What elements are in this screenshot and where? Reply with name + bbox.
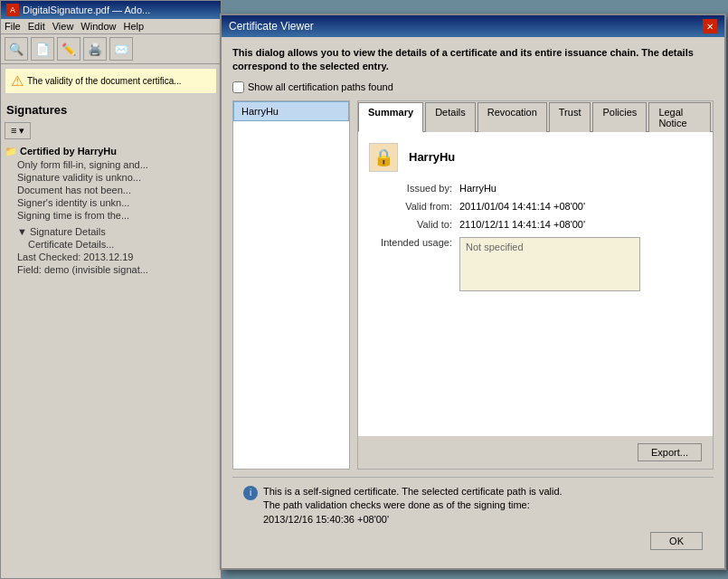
cert-footer: i This is a self-signed certificate. The… (232, 477, 714, 557)
cert-dialog-titlebar: Certificate Viewer ✕ (222, 15, 724, 37)
show-all-paths-checkbox[interactable] (232, 81, 244, 93)
toolbar-btn-4[interactable]: 🖨️ (83, 37, 107, 61)
toolbar-btn-2[interactable]: 📄 (31, 37, 54, 61)
toolbar-btn-3[interactable]: ✏️ (57, 37, 80, 61)
sig-tree-root[interactable]: 📁 Certified by HarryHu (5, 145, 217, 158)
tab-trust[interactable]: Trust (549, 102, 591, 132)
menu-edit[interactable]: Edit (28, 21, 45, 32)
sig-item-1: Only form fill-in, signing and... (17, 158, 217, 171)
folder-icon: 📁 (5, 146, 20, 157)
adobe-title: DigitalSignature.pdf — Ado... (23, 5, 150, 15)
adobe-icon: A (6, 4, 19, 16)
cert-tabs: Summary Details Revocation Trust Policie… (358, 101, 713, 132)
menu-file[interactable]: File (5, 21, 21, 32)
menu-view[interactable]: View (52, 21, 74, 32)
valid-to-value: 2110/12/11 14:41:14 +08'00' (459, 219, 585, 230)
issued-by-row: Issued by: HarryHu (369, 183, 702, 194)
show-all-paths-row: Show all certification paths found (232, 81, 714, 93)
valid-to-row: Valid to: 2110/12/11 14:41:14 +08'00' (369, 219, 702, 230)
cert-icon: 🔒 (369, 143, 398, 172)
tab-legal-notice[interactable]: Legal Notice (648, 102, 711, 132)
intended-usage-box: Not specified (459, 237, 640, 291)
sig-item-5: Signing time is from the... (17, 209, 217, 222)
export-row: Export... (358, 436, 713, 469)
cert-description: This dialog allows you to view the detai… (232, 46, 714, 74)
sig-item-3: Document has not been... (17, 184, 217, 196)
sig-item-2: Signature validity is unkno... (17, 171, 217, 184)
export-button[interactable]: Export... (638, 443, 702, 461)
cert-content: HarryHu Summary Details Revocation Trust… (232, 100, 714, 470)
valid-from-label: Valid from: (369, 201, 459, 212)
cert-tab-content: 🔒 HarryHu Issued by: HarryHu Valid from:… (358, 132, 713, 436)
sig-toolbar: ≡ ▾ (5, 122, 217, 139)
cert-dialog-title: Certificate Viewer (229, 20, 314, 33)
valid-from-value: 2011/01/04 14:41:14 +08'00' (459, 201, 585, 212)
field-name: Field: demo (invisible signat... (17, 263, 217, 276)
tab-details[interactable]: Details (425, 102, 476, 132)
ok-row: OK (243, 532, 703, 550)
last-checked: Last Checked: 2013.12.19 (17, 251, 217, 263)
cert-footer-info: i This is a self-signed certificate. The… (243, 485, 703, 527)
toolbar-btn-1[interactable]: 🔍 (5, 37, 28, 61)
footer-line1: This is a self-signed certificate. The s… (263, 485, 563, 498)
valid-to-label: Valid to: (369, 219, 459, 230)
warning-text: The validity of the document certifica..… (27, 76, 182, 86)
adobe-titlebar: A DigitalSignature.pdf — Ado... (1, 1, 221, 19)
warning-bar: ⚠ The validity of the document certifica… (5, 68, 217, 94)
cert-right-panel: Summary Details Revocation Trust Policie… (357, 100, 714, 470)
intended-usage-label: Intended usage: (369, 237, 459, 291)
cert-info-header: 🔒 HarryHu (369, 143, 702, 172)
cert-icon-symbol: 🔒 (373, 147, 393, 167)
info-icon: i (243, 486, 258, 500)
adobe-window: A DigitalSignature.pdf — Ado... File Edi… (0, 0, 222, 579)
adobe-menubar: File Edit View Window Help (1, 19, 221, 34)
valid-from-row: Valid from: 2011/01/04 14:41:14 +08'00' (369, 201, 702, 212)
ok-button[interactable]: OK (650, 532, 703, 550)
cert-left-panel: HarryHu (232, 100, 350, 470)
cert-common-name: HarryHu (409, 150, 455, 164)
issued-by-label: Issued by: (369, 183, 459, 194)
cert-details-link[interactable]: Certificate Details... (17, 238, 217, 251)
show-all-paths-label: Show all certification paths found (248, 81, 393, 92)
cert-footer-text: This is a self-signed certificate. The s… (263, 485, 563, 527)
sig-toolbar-btn[interactable]: ≡ ▾ (5, 122, 31, 139)
cert-dialog: Certificate Viewer ✕ This dialog allows … (220, 14, 726, 570)
warning-icon: ⚠ (11, 72, 24, 90)
intended-usage-row: Intended usage: Not specified (369, 237, 702, 291)
expand-icon: ▼ (17, 226, 30, 237)
toolbar-btn-5[interactable]: ✉️ (109, 37, 133, 61)
tab-policies[interactable]: Policies (592, 102, 647, 132)
tab-summary[interactable]: Summary (358, 102, 423, 132)
sig-tree: 📁 Certified by HarryHu Only form fill-in… (5, 145, 217, 276)
sig-details-header: ▼ Signature Details (17, 225, 217, 238)
footer-line3: 2013/12/16 15:40:36 +08'00' (263, 513, 563, 527)
menu-window[interactable]: Window (80, 21, 116, 32)
cert-dialog-body: This dialog allows you to view the detai… (222, 37, 724, 566)
issued-by-value: HarryHu (459, 183, 496, 194)
signatures-panel: Signatures ≡ ▾ 📁 Certified by HarryHu On… (1, 98, 221, 280)
tab-revocation[interactable]: Revocation (477, 102, 547, 132)
menu-help[interactable]: Help (123, 21, 144, 32)
footer-line2: The path validation checks were done as … (263, 498, 563, 512)
signatures-title: Signatures (5, 101, 217, 119)
cert-chain-item[interactable]: HarryHu (233, 101, 349, 121)
cert-close-button[interactable]: ✕ (703, 19, 717, 33)
sig-tree-sub: Only form fill-in, signing and... Signat… (5, 158, 217, 276)
adobe-toolbar: 🔍 📄 ✏️ 🖨️ ✉️ (1, 34, 221, 64)
sig-item-4: Signer's identity is unkn... (17, 196, 217, 209)
